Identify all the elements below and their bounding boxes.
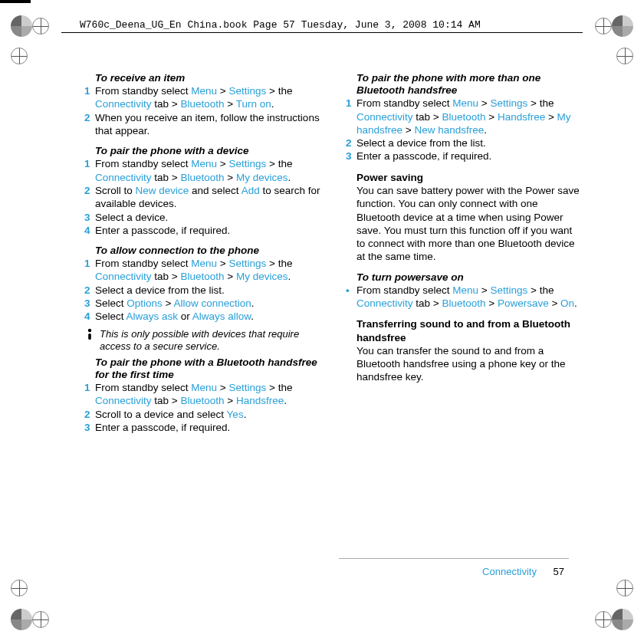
step-text: Scroll to New device and select Add to s… bbox=[95, 184, 321, 211]
page-header-meta: W760c_Deena_UG_En China.book Page 57 Tue… bbox=[80, 19, 481, 32]
step-number: 3 bbox=[84, 421, 95, 434]
step: 2 Scroll to a device and select Yes. bbox=[84, 408, 321, 421]
step-text: Select Options > Allow connection. bbox=[95, 297, 321, 310]
crop-mark-bottom-left bbox=[11, 609, 49, 630]
heading-powersave-on: To turn powersave on bbox=[356, 271, 583, 284]
crop-mark-left-bottom bbox=[11, 580, 28, 596]
step-text: Select a device. bbox=[95, 211, 321, 224]
heading-receive-item: To receive an item bbox=[95, 72, 321, 84]
step: 1 From standby select Menu > Settings > … bbox=[84, 157, 321, 184]
note: This is only possible with devices that … bbox=[84, 328, 321, 353]
header-rule bbox=[61, 32, 583, 33]
step-text: Enter a passcode, if required. bbox=[356, 150, 583, 163]
step: 4 Enter a passcode, if required. bbox=[84, 224, 321, 237]
crop-mark-top-right bbox=[595, 15, 633, 37]
step-number: 1 bbox=[84, 84, 95, 111]
step-text: Scroll to a device and select Yes. bbox=[95, 408, 321, 421]
step: 3 Enter a passcode, if required. bbox=[346, 150, 583, 163]
step-number: 1 bbox=[84, 257, 95, 284]
step-text: Select a device from the list. bbox=[95, 284, 321, 297]
heading-allow-connection: To allow connection to the phone bbox=[95, 245, 321, 257]
step-number: 1 bbox=[84, 381, 95, 408]
heading-power-saving: Power saving bbox=[356, 171, 583, 184]
heading-pair-device: To pair the phone with a device bbox=[95, 145, 321, 157]
step-number: 2 bbox=[84, 184, 95, 211]
step-text: Select a device from the list. bbox=[356, 136, 583, 150]
step-number: 3 bbox=[346, 150, 356, 163]
step: 2 Scroll to New device and select Add to… bbox=[84, 184, 321, 211]
svg-point-0 bbox=[88, 328, 91, 331]
paragraph: You can save battery power with the Powe… bbox=[356, 184, 583, 264]
crop-mark-left bbox=[11, 48, 28, 64]
step-number: 3 bbox=[84, 211, 95, 224]
step: 1 From standby select Menu > Settings > … bbox=[84, 257, 321, 284]
step-text: From standby select Menu > Settings > th… bbox=[95, 84, 321, 111]
step-text: Select Always ask or Always allow. bbox=[95, 310, 321, 323]
bullet-step: • From standby select Menu > Settings > … bbox=[346, 284, 583, 310]
page-content: To receive an item 1 From standby select… bbox=[84, 69, 583, 583]
crop-mark-top-left bbox=[11, 15, 49, 37]
heading-transfer-sound: Transferring sound to and from a Bluetoo… bbox=[356, 317, 583, 344]
crop-mark-right bbox=[616, 48, 633, 64]
step-number: 1 bbox=[346, 97, 356, 136]
step: 3 Enter a passcode, if required. bbox=[84, 421, 321, 434]
step: 3 Select a device. bbox=[84, 211, 321, 224]
step-text: Enter a passcode, if required. bbox=[95, 421, 321, 434]
step-number: 4 bbox=[84, 224, 95, 237]
step-number: 2 bbox=[84, 408, 95, 421]
step-number: 2 bbox=[346, 136, 356, 150]
footer-section: Connectivity bbox=[482, 566, 537, 577]
crop-line bbox=[0, 2, 31, 3]
step-text: Enter a passcode, if required. bbox=[95, 224, 321, 237]
step-number: 3 bbox=[84, 297, 95, 310]
step: 1 From standby select Menu > Settings > … bbox=[346, 97, 583, 136]
left-column: To receive an item 1 From standby select… bbox=[84, 69, 321, 583]
step: 2 When you receive an item, follow the i… bbox=[84, 111, 321, 138]
step-text: From standby select Menu > Settings > th… bbox=[356, 97, 583, 136]
step-number: 4 bbox=[84, 310, 95, 323]
page-footer: Connectivity 57 bbox=[482, 566, 564, 579]
step-text: From standby select Menu > Settings > th… bbox=[95, 381, 321, 408]
step: 3 Select Options > Allow connection. bbox=[84, 297, 321, 310]
paragraph: You can transfer the sound to and from a… bbox=[356, 344, 583, 384]
step-text: From standby select Menu > Settings > th… bbox=[95, 157, 321, 184]
bullet-icon: • bbox=[346, 284, 356, 310]
step-number: 1 bbox=[84, 157, 95, 184]
svg-rect-1 bbox=[88, 334, 91, 340]
note-text: This is only possible with devices that … bbox=[100, 328, 321, 353]
heading-pair-handsfree-first: To pair the phone with a Bluetooth hands… bbox=[95, 356, 321, 381]
right-column: To pair the phone with more than one Blu… bbox=[346, 69, 583, 583]
step-number: 2 bbox=[84, 284, 95, 297]
step: 2 Select a device from the list. bbox=[84, 284, 321, 297]
step: 1 From standby select Menu > Settings > … bbox=[84, 84, 321, 111]
info-icon bbox=[84, 328, 95, 344]
step: 2 Select a device from the list. bbox=[346, 136, 583, 150]
step: 1 From standby select Menu > Settings > … bbox=[84, 381, 321, 408]
step-text: From standby select Menu > Settings > th… bbox=[356, 284, 583, 310]
step: 4 Select Always ask or Always allow. bbox=[84, 310, 321, 323]
step-text: When you receive an item, follow the ins… bbox=[95, 111, 321, 138]
footer-rule bbox=[339, 558, 569, 559]
step-text: From standby select Menu > Settings > th… bbox=[95, 257, 321, 284]
crop-mark-right-bottom bbox=[616, 580, 633, 596]
heading-pair-multi-handsfree: To pair the phone with more than one Blu… bbox=[356, 72, 583, 97]
step-number: 2 bbox=[84, 111, 95, 138]
crop-mark-bottom-right bbox=[595, 609, 633, 630]
footer-page-number: 57 bbox=[554, 566, 564, 577]
